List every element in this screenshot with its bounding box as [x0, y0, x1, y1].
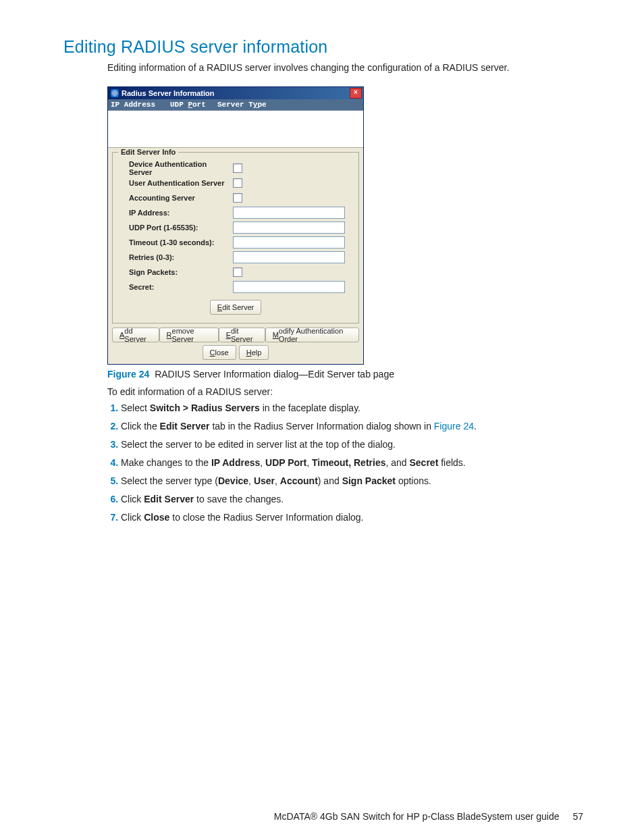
step-5: Select the server type (Device, User, Ac…	[121, 474, 583, 488]
step-7: Click Close to close the Radius Server I…	[121, 511, 583, 525]
close-button[interactable]: Close	[203, 345, 236, 360]
checkbox-accounting[interactable]	[233, 193, 242, 203]
checkbox-device-auth[interactable]	[233, 163, 242, 173]
label-device-auth: Device Authentication Server	[117, 160, 230, 176]
label-retries: Retries (0-3):	[117, 253, 230, 261]
figure-caption: Figure 24 RADIUS Server Information dial…	[107, 369, 583, 380]
label-ip-address: IP Address:	[117, 209, 230, 217]
input-timeout[interactable]	[233, 236, 345, 249]
input-retries[interactable]	[233, 251, 345, 263]
col-server-type[interactable]: Server Type	[217, 101, 360, 109]
page-number: 57	[572, 811, 583, 822]
input-udp-port[interactable]	[233, 221, 345, 234]
doc-title: McDATA® 4Gb SAN Switch for HP p-Class Bl…	[274, 811, 560, 822]
list-header: IP Address UDP Port Server Type	[108, 99, 363, 111]
tab-remove-server[interactable]: Remove Server	[159, 328, 219, 342]
tab-add-server[interactable]: Add Server	[112, 328, 159, 342]
col-udp-port[interactable]: UDP Port	[170, 101, 217, 109]
checkbox-sign-packets[interactable]	[233, 267, 242, 277]
input-secret[interactable]	[233, 281, 345, 293]
tab-edit-server[interactable]: Edit Server	[219, 328, 265, 342]
bottom-buttons: Close Help	[108, 345, 363, 364]
col-ip[interactable]: IP Address	[111, 101, 170, 109]
footer: McDATA® 4Gb SAN Switch for HP p-Class Bl…	[274, 811, 583, 822]
lead-text: To edit information of a RADIUS server:	[107, 386, 583, 397]
label-timeout: Timeout (1-30 seconds):	[117, 238, 230, 246]
step-6: Click Edit Server to save the changes.	[121, 492, 583, 506]
close-icon[interactable]: ×	[350, 88, 362, 99]
server-list[interactable]	[108, 111, 363, 148]
input-ip-address[interactable]	[233, 207, 345, 219]
checkbox-user-auth[interactable]	[233, 178, 242, 188]
app-icon	[111, 89, 119, 97]
label-udp-port: UDP Port (1-65535):	[117, 224, 230, 232]
intro-text: Editing information of a RADIUS server i…	[107, 61, 583, 74]
edit-server-button[interactable]: Edit Server	[210, 300, 261, 315]
step-4: Make changes to the IP Address, UDP Port…	[121, 456, 583, 470]
label-sign-packets: Sign Packets:	[117, 268, 230, 276]
label-accounting: Accounting Server	[117, 194, 230, 202]
steps-list: Select Switch > Radius Servers in the fa…	[107, 401, 583, 525]
label-secret: Secret:	[117, 283, 230, 291]
step-3: Select the server to be edited in server…	[121, 438, 583, 452]
window-title: Radius Server Information	[122, 89, 350, 97]
tabs: Add Server Remove Server Edit Server Mod…	[108, 328, 363, 345]
fieldset-legend: Edit Server Info	[118, 148, 178, 156]
tab-modify-auth-order[interactable]: Modify Authentication Order	[265, 328, 359, 342]
help-button[interactable]: Help	[239, 345, 269, 360]
step-1: Select Switch > Radius Servers in the fa…	[121, 401, 583, 415]
page-title: Editing RADIUS server information	[63, 37, 583, 57]
titlebar: Radius Server Information ×	[108, 87, 363, 99]
label-user-auth: User Authentication Server	[117, 179, 230, 187]
edit-server-info-group: Edit Server Info Device Authentication S…	[112, 152, 359, 323]
figure-link[interactable]: Figure 24	[434, 421, 474, 432]
step-2: Click the Edit Server tab in the Radius …	[121, 419, 583, 434]
radius-dialog: Radius Server Information × IP Address U…	[107, 86, 364, 365]
